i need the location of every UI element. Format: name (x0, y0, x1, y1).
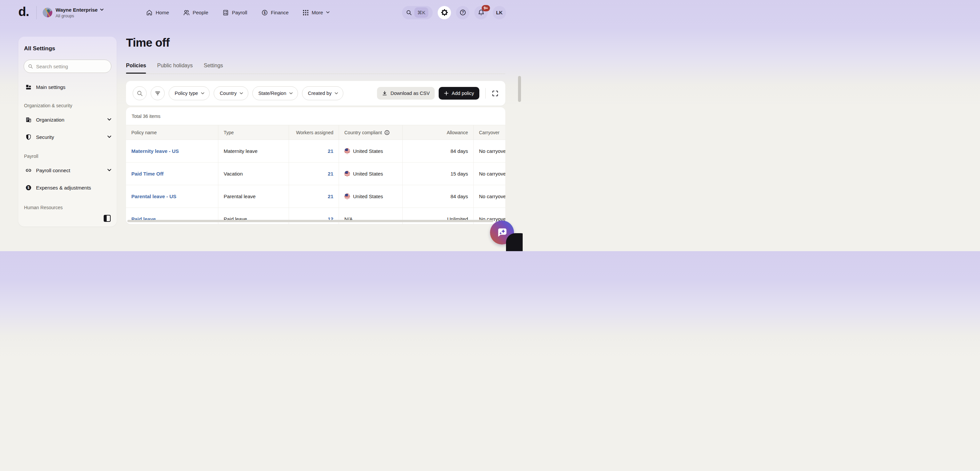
cell-type: Parental leave (218, 185, 289, 208)
sidebar-section-human-resources: Human Resources (24, 205, 111, 210)
calculator-icon (222, 10, 229, 16)
kbd-shortcut: ⌘K (414, 7, 428, 17)
chevron-down-icon (107, 118, 111, 121)
cell-allowance: 15 days (402, 163, 474, 185)
cell-carryover: No carryover (474, 185, 505, 208)
filter-country[interactable]: Country (214, 86, 248, 100)
sidebar-search-input[interactable] (36, 63, 107, 69)
org-switcher[interactable]: Wayne Enterprise All groups (43, 7, 103, 18)
sidebar-item-payroll-connect[interactable]: Payroll connect (25, 166, 111, 174)
collapse-sidebar-button[interactable] (103, 215, 111, 222)
column-header-country-compliant[interactable]: Country compliant (339, 125, 402, 140)
cell-country: United States (339, 140, 402, 162)
nav-item-more[interactable]: More (303, 10, 330, 16)
user-avatar[interactable]: LK (493, 6, 506, 19)
filter-button[interactable] (151, 86, 165, 100)
chevron-down-icon (240, 92, 243, 95)
search-icon (406, 10, 412, 16)
tab-policies[interactable]: Policies (126, 63, 146, 74)
cell-type: Vacation (218, 163, 289, 185)
sidebar-section-org-security: Organization & security (24, 103, 111, 108)
chevron-down-icon (290, 92, 293, 95)
sidebar-item-security[interactable]: Security (25, 133, 111, 141)
cell-workers-assigned[interactable]: 21 (289, 140, 339, 162)
cell-policy-name[interactable]: Parental leave - US (126, 185, 218, 208)
cell-workers-assigned[interactable]: 21 (289, 163, 339, 185)
filter-state-region[interactable]: State/Region (252, 86, 298, 100)
plus-icon (444, 91, 449, 95)
column-header-policy-name[interactable]: Policy name (126, 125, 218, 140)
nav-right-cluster: ⌘K (402, 0, 506, 25)
filter-created-by[interactable]: Created by (302, 86, 343, 100)
org-name: Wayne Enterprise (56, 7, 103, 13)
nav-item-home[interactable]: Home (146, 10, 169, 16)
nav-menu: Home People Payroll $ Finance (146, 0, 330, 25)
table-header-row: Policy name Type Workers assigned Countr… (126, 125, 505, 140)
chevron-down-icon (335, 92, 338, 95)
column-header-allowance[interactable]: Allowance (402, 125, 474, 140)
cell-policy-name[interactable]: Paid Time Off (126, 163, 218, 185)
fullscreen-button[interactable] (492, 90, 499, 97)
cell-policy-name[interactable]: Maternity leave - US (126, 140, 218, 162)
chevron-down-icon (100, 9, 103, 11)
nav-item-payroll[interactable]: Payroll (222, 10, 247, 16)
download-csv-button[interactable]: Download as CSV (377, 87, 435, 100)
cell-carryover: No carryover (474, 140, 505, 162)
building-icon (25, 117, 32, 123)
table-row[interactable]: Parental leave - US Parental leave 21 Un… (126, 185, 505, 208)
svg-text:?: ? (462, 10, 464, 14)
people-icon (183, 10, 190, 16)
chat-sparkle-icon (496, 226, 508, 239)
table-body: Maternity leave - US Maternity leave 21 … (126, 140, 505, 224)
tab-public-holidays[interactable]: Public holidays (157, 63, 192, 74)
filter-policy-type[interactable]: Policy type (169, 86, 210, 100)
table-row[interactable]: Paid Time Off Vacation 21 United States … (126, 163, 505, 185)
us-flag-icon (344, 193, 350, 199)
sidebar-search[interactable] (24, 60, 111, 73)
tabs: Policies Public holidays Settings (126, 63, 223, 74)
cell-allowance: 84 days (402, 140, 474, 162)
horizontal-scrollbar[interactable] (127, 220, 493, 222)
finance-icon: $ (261, 10, 268, 16)
org-subtitle: All groups (56, 14, 103, 18)
nav-item-finance[interactable]: $ Finance (261, 10, 289, 16)
cell-workers-assigned[interactable]: 21 (289, 185, 339, 208)
org-avatar (43, 8, 52, 17)
global-search-button[interactable]: ⌘K (402, 6, 433, 19)
sidebar-item-expenses[interactable]: $ Expenses & adjustments (25, 184, 111, 192)
sidebar-item-main-settings[interactable]: Main settings (25, 83, 111, 91)
svg-text:$: $ (28, 186, 30, 190)
link-icon (25, 167, 32, 174)
sidebar-item-organization[interactable]: Organization (25, 116, 111, 124)
us-flag-icon (344, 148, 350, 154)
cell-country: United States (339, 185, 402, 208)
dashboard-icon (25, 84, 32, 90)
table-total-count: Total 36 items (126, 107, 505, 125)
toolbar-divider (485, 88, 486, 98)
search-icon (28, 63, 33, 69)
grid-icon (303, 10, 309, 16)
tab-settings[interactable]: Settings (204, 63, 223, 74)
column-header-carryover[interactable]: Carryover (474, 125, 505, 140)
chevron-down-icon (107, 169, 111, 171)
svg-text:$: $ (264, 11, 266, 14)
search-icon (137, 90, 143, 97)
column-header-workers-assigned[interactable]: Workers assigned (289, 125, 339, 140)
column-header-type[interactable]: Type (218, 125, 289, 140)
tabs-divider (126, 74, 505, 74)
nav-item-people[interactable]: People (183, 10, 208, 16)
notifications-button[interactable]: 9+ (474, 6, 488, 19)
table-search-button[interactable] (133, 86, 147, 100)
help-button[interactable]: ? (456, 6, 469, 19)
vertical-scrollbar[interactable] (518, 76, 521, 102)
collapse-sidebar-icon (103, 215, 111, 222)
add-policy-button[interactable]: Add policy (439, 87, 479, 100)
settings-button[interactable] (438, 6, 451, 19)
page-title: Time off (126, 36, 170, 49)
deel-logo[interactable]: d. (18, 5, 29, 18)
us-flag-icon (344, 171, 350, 176)
table-row[interactable]: Maternity leave - US Maternity leave 21 … (126, 140, 505, 163)
fullscreen-icon (492, 90, 499, 97)
chevron-down-icon (107, 136, 111, 138)
shield-icon (25, 134, 32, 140)
